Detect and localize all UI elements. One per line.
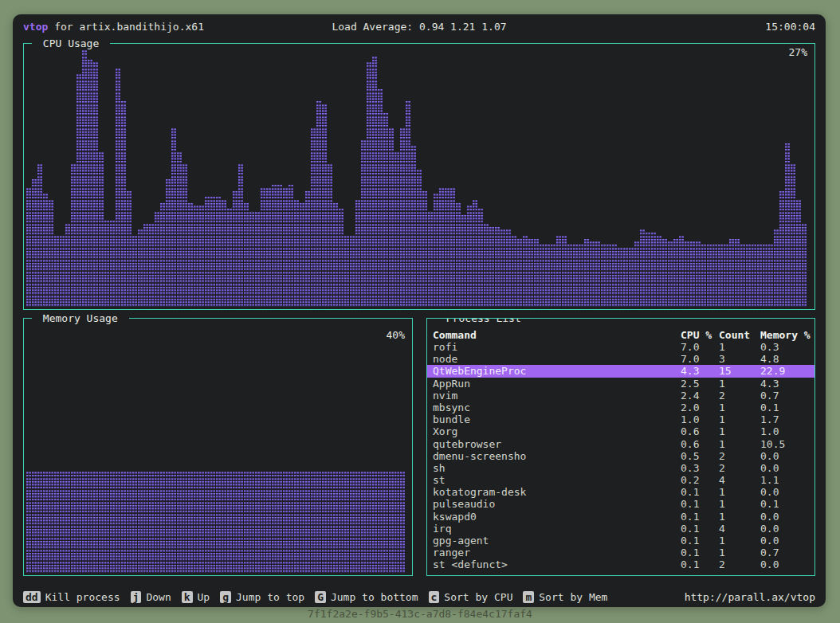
process-cpu-percent: 0.1 [681, 547, 719, 558]
process-memory-percent: 0.0 [760, 450, 814, 462]
keycap: dd [23, 591, 41, 603]
process-row[interactable]: sh0.320.0 [427, 462, 814, 474]
process-row[interactable]: kswapd00.110.0 [427, 511, 814, 523]
process-count: 1 [719, 378, 760, 390]
process-memory-percent: 10.5 [760, 438, 814, 450]
session-uuid-text: 7f1f2a2e-f9b5-413c-a7d8-f84e4c17faf4 [0, 608, 840, 620]
process-row[interactable]: mbsync2.010.1 [427, 402, 814, 413]
process-memory-percent: 0.0 [760, 535, 814, 547]
process-cpu-percent: 7.0 [681, 341, 719, 353]
process-row-selected[interactable]: QtWebEngineProc4.31522.9 [427, 365, 814, 377]
shortcut-label: Down [146, 591, 171, 603]
process-cpu-percent: 0.2 [681, 474, 719, 486]
process-memory-percent: 4.8 [760, 353, 814, 365]
process-cpu-percent: 1.0 [681, 413, 719, 425]
process-row[interactable]: nvim2.420.7 [427, 390, 814, 402]
process-cpu-percent: 2.4 [681, 390, 719, 402]
process-memory-percent: 1.7 [760, 413, 814, 425]
process-row[interactable]: rofi7.010.3 [427, 341, 814, 353]
process-count: 2 [719, 558, 760, 570]
process-command: Xorg [427, 425, 681, 437]
process-command: irq [427, 523, 681, 535]
process-cpu-percent: 0.6 [681, 425, 719, 437]
vtop-logo: vtop [23, 21, 48, 33]
process-count: 2 [719, 450, 760, 462]
process-cpu-percent: 0.1 [681, 558, 719, 570]
process-count: 1 [719, 438, 760, 450]
process-table-header: Command CPU % Count Memory % [427, 329, 814, 341]
process-row[interactable]: bundle1.011.7 [427, 413, 814, 425]
process-memory-percent: 0.0 [760, 462, 814, 474]
process-memory-percent: 0.0 [760, 511, 814, 523]
process-table: Command CPU % Count Memory % rofi7.010.3… [427, 319, 814, 571]
process-command: AppRun [427, 378, 681, 390]
process-rows: rofi7.010.3node7.034.8QtWebEngineProc4.3… [427, 341, 814, 571]
app-title: vtop for artix.bandithijo.x61 [23, 20, 287, 33]
process-count: 1 [719, 425, 760, 437]
clock-label: 15:00:04 [551, 20, 815, 33]
memory-usage-panel: Memory Usage 40% [23, 318, 413, 576]
process-row[interactable]: st0.241.1 [427, 474, 814, 486]
keycap: g [220, 591, 231, 603]
process-memory-percent: 1.0 [760, 425, 814, 437]
process-command: st <defunct> [427, 558, 681, 570]
process-cpu-percent: 0.1 [681, 486, 719, 498]
process-row[interactable]: node7.034.8 [427, 353, 814, 365]
process-count: 2 [719, 390, 760, 402]
process-command: qutebrowser [427, 438, 681, 450]
shortcut-sort-by-mem: mSort by Mem [523, 590, 607, 605]
process-command: nvim [427, 390, 681, 402]
process-memory-percent: 22.9 [760, 365, 814, 377]
process-row[interactable]: gpg-agent0.110.0 [427, 535, 814, 547]
process-command: mbsync [427, 402, 681, 413]
process-count: 1 [719, 535, 760, 547]
shortcut-label: Kill process [45, 591, 120, 603]
process-list-panel: Process List Command CPU % Count Memory … [426, 318, 815, 576]
process-count: 1 [719, 547, 760, 558]
column-header-cpu[interactable]: CPU % [681, 329, 719, 341]
process-memory-percent: 1.1 [760, 474, 814, 486]
shortcut-label: Sort by CPU [444, 591, 512, 603]
process-command: rofi [427, 341, 681, 353]
keycap: k [182, 591, 193, 603]
column-header-command[interactable]: Command [427, 329, 681, 341]
process-cpu-percent: 4.3 [681, 365, 719, 377]
column-header-memory[interactable]: Memory % [760, 329, 814, 341]
process-cpu-percent: 0.6 [681, 438, 719, 450]
shortcut-label: Jump to bottom [331, 591, 418, 603]
process-count: 15 [719, 365, 760, 377]
process-memory-percent: 0.1 [760, 498, 814, 510]
process-row[interactable]: irq0.140.0 [427, 523, 814, 535]
process-cpu-percent: 2.0 [681, 402, 719, 413]
process-command: ranger [427, 547, 681, 558]
process-command: kswapd0 [427, 511, 681, 523]
shortcut-kill-process: ddKill process [23, 590, 120, 605]
shortcut-label: Jump to top [236, 591, 304, 603]
process-row[interactable]: qutebrowser0.6110.5 [427, 438, 814, 450]
process-count: 1 [719, 511, 760, 523]
vtop-url: http://parall.ax/vtop [685, 590, 815, 605]
column-header-count[interactable]: Count [719, 329, 760, 341]
process-row[interactable]: Xorg0.611.0 [427, 425, 814, 437]
memory-panel-title: Memory Usage [32, 312, 129, 325]
process-row[interactable]: dmenu-screensho0.520.0 [427, 450, 814, 462]
hostname-label: for artix.bandithijo.x61 [48, 21, 204, 33]
process-row[interactable]: AppRun2.514.3 [427, 378, 814, 390]
process-row[interactable]: kotatogram-desk0.110.0 [427, 486, 814, 498]
keycap: j [131, 591, 142, 603]
process-row[interactable]: ranger0.110.7 [427, 547, 814, 558]
process-row[interactable]: pulseaudio0.110.1 [427, 498, 814, 510]
process-command: kotatogram-desk [427, 486, 681, 498]
process-memory-percent: 0.0 [760, 486, 814, 498]
process-cpu-percent: 0.1 [681, 523, 719, 535]
process-cpu-percent: 0.1 [681, 511, 719, 523]
lower-split: Memory Usage 40% Process List Command CP… [23, 318, 815, 576]
process-command: pulseaudio [427, 498, 681, 510]
process-cpu-percent: 0.3 [681, 462, 719, 474]
process-command: bundle [427, 413, 681, 425]
process-row[interactable]: st <defunct>0.120.0 [427, 558, 814, 570]
process-memory-percent: 0.7 [760, 547, 814, 558]
terminal-window: vtop for artix.bandithijo.x61 Load Avera… [13, 14, 826, 607]
process-cpu-percent: 0.1 [681, 535, 719, 547]
process-count: 3 [719, 353, 760, 365]
